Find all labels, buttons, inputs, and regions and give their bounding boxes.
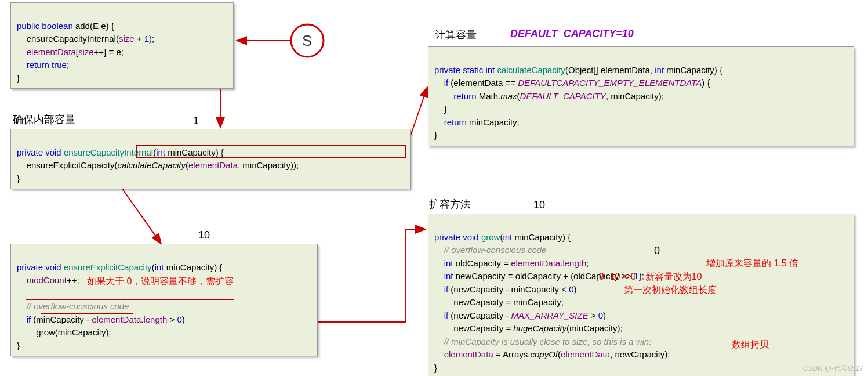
annotation-grow-copy: 数组拷贝 xyxy=(732,339,769,351)
default-capacity-label: DEFAULT_CAPACITY=10 xyxy=(510,28,634,40)
highlight-calc-capacity xyxy=(136,145,406,158)
title-grow: 扩容方法 xyxy=(429,197,471,211)
number-1: 1 xyxy=(193,115,199,127)
highlight-add-ensure xyxy=(26,19,205,31)
title-calc-capacity: 计算容量 xyxy=(435,28,477,42)
number-10-explicit: 10 xyxy=(198,229,210,241)
annotation-grow-1-5: 增加原来容量的 1.5 倍 xyxy=(706,258,798,270)
annotation-grow-new10: 0 -10 < 0，新容量改为10 xyxy=(599,271,702,283)
watermark: CSDN @-代号9527 xyxy=(803,364,863,374)
number-10-grow: 10 xyxy=(533,199,545,211)
annotation-grow-firstinit: 第一次初始化数组长度 xyxy=(624,284,717,297)
code-box-internal: private void ensureCapacityInternal(int … xyxy=(10,129,411,189)
code-box-add: public boolean add(E e) { ensureCapacity… xyxy=(10,2,234,89)
title-ensure-internal: 确保内部容量 xyxy=(13,113,75,126)
zero-inline: 0 xyxy=(654,245,660,257)
code-box-calc: private static int calculateCapacity(Obj… xyxy=(428,46,854,146)
highlight-if-overflow xyxy=(26,299,234,312)
s-circle-text: S xyxy=(302,32,312,50)
highlight-grow-call xyxy=(41,313,133,326)
annotation-explicit: 如果大于 0，说明容量不够，需扩容 xyxy=(87,276,234,288)
